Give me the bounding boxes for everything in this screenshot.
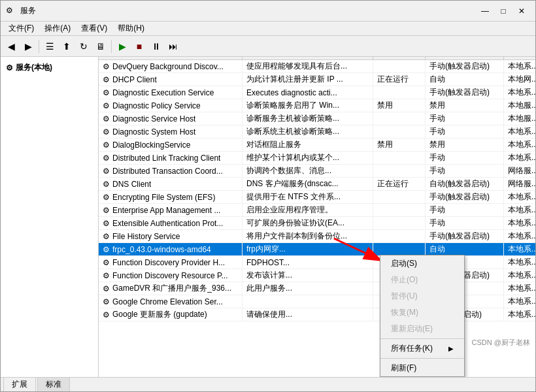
td-name: ⚙Function Discovery Provider H...	[99, 256, 243, 269]
table-row[interactable]: ⚙Distributed Link Tracking Client维护某个计算机…	[99, 152, 535, 165]
th-name[interactable]: 名称 ▲	[99, 57, 243, 59]
td-logon: 本地系...	[504, 269, 535, 282]
td-status: 正在运行	[373, 178, 426, 190]
window-icon: ⚙	[6, 6, 16, 16]
table-row[interactable]: ⚙GameDVR 和广播用户服务_936...此用户服务...手动本地系...	[99, 282, 535, 295]
table-row[interactable]: ⚙Enterprise App Management ...启用企业应用程序管理…	[99, 204, 535, 217]
table-row[interactable]: ⚙Extensible Authentication Prot...可扩展的身份…	[99, 217, 535, 230]
td-desc: 使应用程能够发现具有后台...	[243, 60, 373, 73]
td-startup: 手动	[426, 112, 504, 125]
table-body[interactable]: ⚙DevQuery Background Discov...使应用程能够发现具有…	[99, 60, 535, 366]
service-icon: ⚙	[103, 219, 110, 228]
up-button[interactable]: ⬆	[59, 39, 75, 54]
play-button[interactable]: ▶	[114, 39, 130, 54]
service-name: Distributed Link Tracking Client	[112, 154, 220, 163]
td-desc: 协调跨个数据库、消息...	[243, 165, 373, 177]
td-logon: 本地系...	[504, 152, 535, 164]
menu-item-帮助(H)[interactable]: 帮助(H)	[112, 22, 150, 35]
td-desc: 将用户文件副本制到备份位...	[243, 230, 373, 242]
table-row[interactable]: ⚙Diagnostic Policy Service诊断策略服务启用了 Win.…	[99, 99, 535, 112]
stop-button[interactable]: ■	[131, 39, 147, 54]
service-name: GameDVR 和广播用户服务_936...	[112, 283, 231, 294]
service-icon: ⚙	[103, 180, 110, 189]
table-row[interactable]: ⚙DialogBlockingService对话框阻止服务禁用禁用本地系...	[99, 139, 535, 152]
service-icon: ⚙	[103, 127, 110, 137]
close-button[interactable]: ✕	[513, 4, 530, 18]
ctx-item-启动(S)[interactable]: 启动(S)	[380, 255, 464, 272]
td-startup: 手动(触发器启动)	[426, 60, 504, 73]
ctx-item-刷新(F)[interactable]: 刷新(F)	[380, 360, 464, 376]
th-desc[interactable]: 描述	[243, 57, 373, 59]
menu-item-查看(V)[interactable]: 查看(V)	[76, 22, 112, 35]
table-row[interactable]: ⚙Google 更新服务 (gupdate)请确保使用...自动(延迟启动)本地…	[99, 308, 535, 321]
td-status	[373, 191, 426, 203]
tab-extended[interactable]: 扩展	[3, 377, 36, 391]
table-row[interactable]: ⚙DNS ClientDNS 客户端服务(dnscac...正在运行自动(触发器…	[99, 178, 535, 191]
table-row[interactable]: ⚙Diagnostic Execution ServiceExecutes di…	[99, 86, 535, 99]
tab-standard[interactable]: 标准	[37, 377, 70, 391]
td-startup: 手动	[426, 165, 504, 177]
th-status[interactable]: 状态	[373, 57, 426, 59]
ctx-item-label: 恢复(M)	[391, 307, 418, 318]
restart-button[interactable]: ⏭	[165, 39, 181, 54]
td-startup: 手动	[426, 125, 504, 138]
service-icon: ⚙	[103, 297, 110, 306]
ctx-item-恢复(M): 恢复(M)	[380, 304, 464, 321]
service-icon: ⚙	[103, 88, 110, 97]
title-bar-controls: — □ ✕	[477, 4, 530, 18]
td-status	[373, 230, 426, 242]
td-name: ⚙GameDVR 和广播用户服务_936...	[99, 282, 243, 295]
table-row[interactable]: ⚙Encrypting File System (EFS)提供用于在 NTFS …	[99, 191, 535, 204]
back-button[interactable]: ◀	[3, 39, 19, 54]
td-name: ⚙DevQuery Background Discov...	[99, 60, 243, 73]
td-startup: 自动(触发器启动)	[426, 178, 504, 190]
menu-item-文件(F)[interactable]: 文件(F)	[3, 22, 39, 35]
pause-button[interactable]: ⏸	[148, 39, 164, 54]
show-hide-button[interactable]: ☰	[42, 39, 58, 54]
minimize-button[interactable]: —	[477, 4, 494, 18]
table-row[interactable]: ⚙Distributed Transaction Coord...协调跨个数据库…	[99, 165, 535, 178]
table-row[interactable]: ⚙DevQuery Background Discov...使应用程能够发现具有…	[99, 60, 535, 73]
td-logon: 本地系...	[504, 60, 535, 73]
table-row[interactable]: ⚙Function Discovery Provider H...FDPHOST…	[99, 256, 535, 269]
service-icon: ⚙	[103, 284, 110, 293]
th-logon[interactable]: 登录为	[504, 57, 535, 59]
td-startup: 手动	[426, 217, 504, 229]
table-row[interactable]: ⚙Function Discovery Resource P...发布该计算..…	[99, 269, 535, 282]
td-desc: 启用企业应用程序管理。	[243, 204, 373, 216]
td-logon: 本地系...	[504, 256, 535, 269]
td-startup: 禁用	[426, 139, 504, 151]
td-name: ⚙DNS Client	[99, 178, 243, 190]
maximize-button[interactable]: □	[495, 4, 512, 18]
service-name: Google 更新服务 (gupdate)	[112, 309, 207, 320]
service-name: DevQuery Background Discov...	[112, 62, 224, 71]
td-logon: 本地服...	[504, 112, 535, 125]
table-row[interactable]: ⚙File History Service将用户文件副本制到备份位...手动(触…	[99, 230, 535, 243]
service-name: DNS Client	[112, 180, 151, 189]
service-icon: ⚙	[103, 101, 110, 110]
table-row[interactable]: ⚙Diagnostic System Host诊断系统主机被诊断策略...手动本…	[99, 125, 535, 139]
td-desc: 提供用于在 NTFS 文件系...	[243, 191, 373, 203]
menu-item-操作(A)[interactable]: 操作(A)	[39, 22, 76, 35]
table-row[interactable]: ⚙DHCP Client为此计算机注册并更新 IP ...正在运行自动本地网..…	[99, 73, 535, 86]
service-icon: ⚙	[103, 193, 110, 202]
service-icon: ⚙	[103, 258, 110, 267]
service-icon: ⚙	[103, 167, 110, 176]
th-startup[interactable]: 启动类型	[426, 57, 504, 59]
td-startup: 禁用	[426, 99, 504, 112]
td-startup: 手动	[426, 204, 504, 216]
td-name: ⚙File History Service	[99, 230, 243, 242]
refresh-button[interactable]: ↻	[76, 39, 92, 54]
ctx-item-所有任务(K)[interactable]: 所有任务(K)▶	[380, 340, 464, 357]
td-logon: 本地网...	[504, 73, 535, 86]
td-logon: 网络服...	[504, 165, 535, 177]
map-drive-button[interactable]: 🖥	[93, 39, 109, 54]
td-desc: FDPHOST...	[243, 256, 373, 269]
table-row[interactable]: ⚙frpc_0.43.0-windows-amd64frp内网穿...自动本地系…	[99, 243, 535, 256]
service-icon: ⚙	[103, 140, 110, 150]
forward-button[interactable]: ▶	[20, 39, 36, 54]
td-status	[373, 217, 426, 229]
table-row[interactable]: ⚙Diagnostic Service Host诊断服务主机被诊断策略...手动…	[99, 112, 535, 125]
context-menu: 启动(S)停止(O)暂停(U)恢复(M)重新启动(E)所有任务(K)▶刷新(F)	[380, 255, 465, 377]
table-row[interactable]: ⚙Google Chrome Elevation Ser...手动本地系...	[99, 295, 535, 308]
